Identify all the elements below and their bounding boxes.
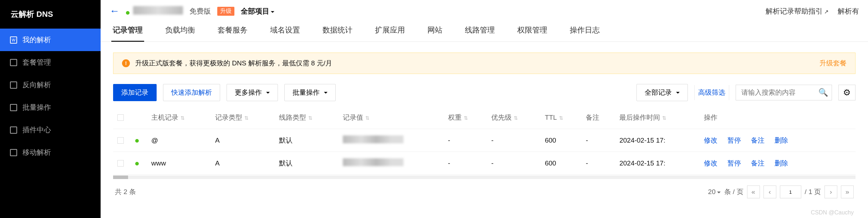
cell-value: [339, 129, 443, 152]
search-icon[interactable]: 🔍: [814, 88, 832, 97]
ip-redacted: [343, 135, 403, 143]
help-link-2[interactable]: 解析有: [838, 6, 859, 16]
col-ttl[interactable]: TTL: [540, 106, 582, 129]
topbar: ← 免费版 升级 全部项目 解析记录帮助指引 解析有: [101, 0, 868, 17]
sidebar-item-mobile[interactable]: 移动解析: [0, 141, 101, 164]
sidebar-item-reverse[interactable]: 反向解析: [0, 74, 101, 96]
col-priority[interactable]: 优先级: [487, 106, 540, 129]
alert-text: 升级正式版套餐，获得更极致的 DNS 解析服务，最低仅需 8 元/月: [135, 59, 332, 68]
toolbar: 添加记录 快速添加解析 更多操作 批量操作 全部记录 高级筛选 🔍 ⚙: [113, 84, 856, 101]
sidebar-item-label: 套餐管理: [22, 58, 51, 67]
cell-ttl: 600: [540, 152, 582, 175]
cell-host: @: [147, 129, 211, 152]
upgrade-tag[interactable]: 升级: [217, 7, 234, 16]
help-link[interactable]: 解析记录帮助指引: [766, 6, 829, 16]
watermark: CSDN @Cauchy: [811, 209, 854, 216]
col-ops: 操作: [700, 106, 856, 129]
prev-page-button[interactable]: ‹: [763, 185, 776, 198]
remark-link[interactable]: 备注: [751, 159, 765, 167]
cell-line: 默认: [275, 152, 339, 175]
table-row: www A 默认 - - 600 - 2024-02-15 17: 修改暂停备注…: [113, 152, 856, 175]
last-page-button[interactable]: »: [841, 185, 854, 198]
cell-priority: -: [487, 152, 540, 175]
edit-link[interactable]: 修改: [704, 159, 717, 167]
tab-lb[interactable]: 负载均衡: [164, 22, 197, 41]
upgrade-alert: ! 升级正式版套餐，获得更极致的 DNS 解析服务，最低仅需 8 元/月 升级套…: [113, 53, 856, 74]
row-checkbox[interactable]: [117, 137, 124, 144]
sidebar-item-batch[interactable]: 批量操作: [0, 96, 101, 119]
batch-icon: [10, 104, 17, 111]
package-icon: [10, 59, 17, 66]
tab-log[interactable]: 操作日志: [568, 22, 601, 41]
sidebar-item-label: 反向解析: [22, 80, 51, 90]
pagination: 20 条 / 页 « ‹ / 1 页 › »: [708, 185, 854, 198]
batch-actions-button[interactable]: 批量操作: [284, 84, 336, 101]
per-page-label: 条 / 页: [724, 187, 743, 197]
row-checkbox[interactable]: [117, 160, 124, 167]
cell-ops: 修改暂停备注删除: [700, 129, 856, 152]
total-count: 共 2 条: [115, 187, 136, 197]
sidebar-item-plugins[interactable]: 插件中心: [0, 119, 101, 141]
next-page-button[interactable]: ›: [824, 185, 837, 198]
cell-type: A: [211, 152, 275, 175]
doc-icon: [10, 36, 17, 44]
plugin-icon: [10, 127, 17, 134]
col-host[interactable]: 主机记录: [147, 106, 211, 129]
col-mtime[interactable]: 最后操作时间: [615, 106, 700, 129]
tab-site[interactable]: 网站: [426, 22, 444, 41]
more-actions-button[interactable]: 更多操作: [227, 84, 278, 101]
record-filter-select[interactable]: 全部记录: [636, 84, 688, 101]
info-icon: !: [122, 59, 130, 67]
quick-add-button[interactable]: 快速添加解析: [163, 84, 220, 101]
tab-plan[interactable]: 套餐服务: [216, 22, 249, 41]
tab-ext[interactable]: 扩展应用: [374, 22, 406, 41]
page-number-input[interactable]: [780, 185, 801, 198]
page-size-select[interactable]: 20: [708, 188, 721, 196]
horizontal-scrollbar[interactable]: [113, 175, 856, 179]
table-row: @ A 默认 - - 600 - 2024-02-15 17: 修改暂停备注删除: [113, 129, 856, 152]
status-dot-icon: [135, 139, 139, 143]
delete-link[interactable]: 删除: [775, 159, 788, 167]
remark-link[interactable]: 备注: [751, 137, 765, 144]
add-record-button[interactable]: 添加记录: [113, 84, 157, 101]
status-dot-icon: [135, 162, 139, 165]
pause-link[interactable]: 暂停: [727, 159, 741, 167]
sidebar-item-label: 我的解析: [22, 35, 51, 45]
tab-line[interactable]: 线路管理: [463, 22, 496, 41]
tab-domain-settings[interactable]: 域名设置: [269, 22, 301, 41]
advanced-filter[interactable]: 高级筛选: [694, 85, 729, 100]
cell-host: www: [147, 152, 211, 175]
col-line[interactable]: 线路类型: [275, 106, 339, 129]
alert-action[interactable]: 升级套餐: [819, 59, 847, 68]
cell-priority: -: [487, 129, 540, 152]
topbar-right: 解析记录帮助指引 解析有: [766, 6, 859, 16]
settings-icon[interactable]: ⚙: [838, 85, 856, 100]
edit-link[interactable]: 修改: [704, 137, 717, 144]
tab-records[interactable]: 记录管理: [111, 22, 144, 42]
cell-line: 默认: [275, 129, 339, 152]
delete-link[interactable]: 删除: [775, 137, 788, 144]
tab-perm[interactable]: 权限管理: [516, 22, 549, 41]
project-selector[interactable]: 全部项目: [241, 6, 274, 16]
sidebar-item-label: 插件中心: [22, 125, 51, 135]
cell-type: A: [211, 129, 275, 152]
sidebar: 云解析 DNS 我的解析 套餐管理 反向解析 批量操作 插件中心 移动解析: [0, 0, 101, 218]
scrollbar-thumb[interactable]: [113, 175, 128, 179]
mobile-icon: [10, 149, 17, 156]
pause-link[interactable]: 暂停: [727, 137, 741, 144]
search-input[interactable]: [736, 89, 814, 96]
tabs: 记录管理 负载均衡 套餐服务 域名设置 数据统计 扩展应用 网站 线路管理 权限…: [101, 17, 868, 42]
sidebar-item-my-resolve[interactable]: 我的解析: [0, 29, 101, 51]
back-button[interactable]: ←: [110, 5, 120, 17]
select-all-checkbox[interactable]: [117, 114, 124, 121]
first-page-button[interactable]: «: [747, 185, 760, 198]
cell-mtime: 2024-02-15 17:: [615, 129, 700, 152]
tab-stats[interactable]: 数据统计: [321, 22, 354, 41]
cell-mtime: 2024-02-15 17:: [615, 152, 700, 175]
cell-value: [339, 152, 443, 175]
sidebar-item-package[interactable]: 套餐管理: [0, 51, 101, 74]
col-type[interactable]: 记录类型: [211, 106, 275, 129]
col-weight[interactable]: 权重: [444, 106, 487, 129]
col-value[interactable]: 记录值: [339, 106, 443, 129]
cell-remark: -: [582, 129, 615, 152]
